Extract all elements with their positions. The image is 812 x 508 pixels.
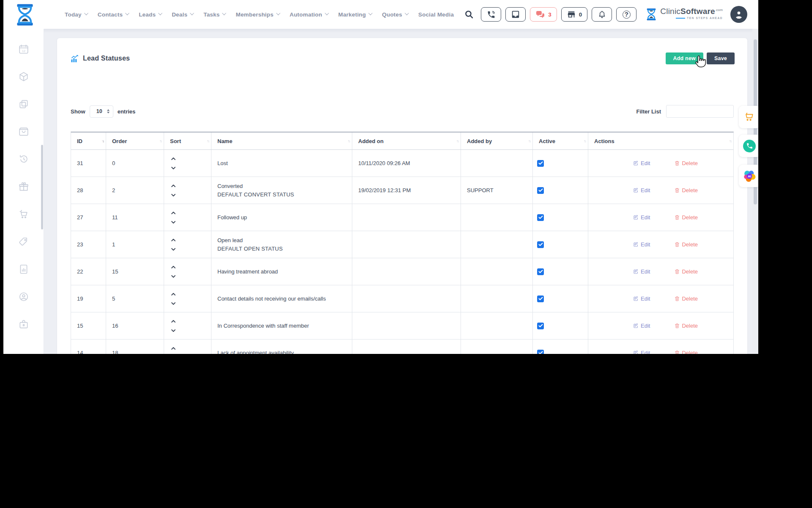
inbox-button[interactable]	[505, 7, 526, 22]
sort-down-button[interactable]	[170, 193, 177, 197]
active-checkbox[interactable]	[537, 160, 544, 167]
trash-icon	[675, 242, 680, 247]
cell-order: 18	[106, 340, 164, 354]
edit-link[interactable]: Edit	[633, 160, 650, 166]
cell-active	[533, 285, 588, 312]
cell-actions: Edit Delete	[588, 285, 733, 312]
edit-pencil-icon	[633, 296, 639, 301]
notifications-button[interactable]	[592, 7, 612, 22]
lead-statuses-card: Lead Statuses Add new Save Show 10 entri…	[57, 38, 747, 354]
edit-link[interactable]: Edit	[633, 214, 650, 221]
sidebar-item-gift-icon[interactable]	[18, 181, 29, 192]
help-button[interactable]: ?	[616, 7, 636, 22]
sort-down-button[interactable]	[170, 166, 177, 170]
package-icon	[18, 71, 29, 82]
store-button[interactable]: 0	[561, 7, 588, 22]
active-checkbox[interactable]	[537, 268, 544, 275]
nav-item-memberships[interactable]: Memberships	[236, 11, 279, 18]
delete-link[interactable]: Delete	[675, 214, 698, 221]
sidebar-item-history-icon[interactable]	[18, 154, 29, 165]
column-header-added-by[interactable]: Added by ↑↓	[461, 133, 533, 149]
sidebar-item-report-icon[interactable]	[18, 264, 29, 275]
delete-link[interactable]: Delete	[675, 241, 698, 248]
column-header-actions[interactable]: Actions ↑↓	[588, 133, 733, 149]
sort-up-button[interactable]	[170, 157, 177, 161]
phone-button[interactable]	[481, 7, 501, 22]
sort-up-button[interactable]	[170, 346, 177, 351]
nav-item-contacts[interactable]: Contacts	[98, 11, 128, 18]
table-row: 28 2 Converted DEFAULT CONVERT STATUS 19…	[71, 177, 733, 204]
search-icon[interactable]	[464, 9, 474, 19]
sidebar-scrollbar[interactable]	[41, 145, 43, 229]
edit-link[interactable]: Edit	[633, 241, 650, 248]
filter-list-input[interactable]	[666, 105, 734, 118]
active-checkbox[interactable]	[537, 187, 544, 194]
sort-up-button[interactable]	[170, 238, 177, 242]
active-checkbox[interactable]	[537, 323, 544, 329]
edit-link[interactable]: Edit	[633, 323, 650, 329]
sort-down-button[interactable]	[170, 220, 177, 224]
nav-item-marketing[interactable]: Marketing	[338, 11, 372, 18]
save-button[interactable]: Save	[707, 52, 735, 64]
sort-down-button[interactable]	[170, 247, 177, 251]
sort-down-button[interactable]	[170, 301, 177, 306]
column-header-added-on[interactable]: Added on ↑↓	[352, 133, 461, 149]
table-row: 31 0 Lost 10/11/2020 09:26 AM	[71, 150, 733, 177]
chat-bubbles-icon	[535, 10, 545, 19]
sidebar-item-package-icon[interactable]	[18, 71, 29, 82]
floating-whatsapp-button[interactable]	[739, 135, 758, 157]
floating-cart-button[interactable]	[739, 106, 758, 128]
nav-item-leads[interactable]: Leads	[139, 11, 161, 18]
sidebar-item-box-tray-icon[interactable]	[18, 126, 29, 137]
delete-link[interactable]: Delete	[675, 187, 698, 193]
edit-link[interactable]: Edit	[633, 295, 650, 302]
delete-link[interactable]: Delete	[675, 268, 698, 275]
user-avatar[interactable]	[730, 6, 747, 23]
delete-link[interactable]: Delete	[675, 350, 698, 354]
sort-down-button[interactable]	[170, 329, 177, 333]
delete-link[interactable]: Delete	[675, 295, 698, 302]
sort-up-button[interactable]	[170, 265, 177, 269]
column-header-order[interactable]: Order ↑↓	[106, 133, 164, 149]
floating-ai-button[interactable]: AI	[739, 165, 758, 187]
nav-item-tasks[interactable]: Tasks	[203, 11, 225, 18]
sort-down-button[interactable]	[170, 274, 177, 279]
active-checkbox[interactable]	[537, 214, 544, 221]
nav-item-automation[interactable]: Automation	[290, 11, 328, 18]
sort-up-button[interactable]	[170, 319, 177, 323]
sort-up-button[interactable]	[170, 184, 177, 188]
active-checkbox[interactable]	[537, 350, 544, 354]
sort-up-button[interactable]	[170, 292, 177, 296]
sidebar-item-calendar-icon[interactable]: 12	[18, 44, 29, 55]
sidebar-item-pages-icon[interactable]	[18, 99, 29, 110]
column-header-active[interactable]: Active ↑↓	[533, 133, 588, 149]
edit-link[interactable]: Edit	[633, 350, 650, 354]
sidebar-item-cart-icon[interactable]	[18, 209, 29, 220]
column-header-name[interactable]: Name ↑↓	[211, 133, 352, 149]
sidebar-item-case-icon[interactable]	[18, 319, 29, 330]
nav-item-deals[interactable]: Deals	[172, 11, 193, 18]
chat-button[interactable]: 3	[530, 7, 557, 22]
page-size-select[interactable]: 10	[90, 105, 113, 118]
edit-link[interactable]: Edit	[633, 187, 650, 193]
active-checkbox[interactable]	[537, 241, 544, 248]
sidebar-item-tag-icon[interactable]	[18, 236, 29, 247]
add-new-button[interactable]: Add new	[666, 52, 703, 64]
clinicsoftware-hourglass-logo[interactable]	[14, 2, 36, 29]
chevron-down-icon	[190, 11, 194, 15]
nav-item-social-media[interactable]: Social Media	[418, 11, 454, 18]
delete-link[interactable]: Delete	[675, 160, 698, 166]
edit-link[interactable]: Edit	[633, 268, 650, 275]
sort-up-button[interactable]	[170, 211, 177, 215]
column-header-id[interactable]: ID ↑↓	[71, 133, 106, 149]
active-checkbox[interactable]	[537, 295, 544, 302]
cell-name: Contact details not receiving our emails…	[211, 285, 352, 312]
cell-added-by	[461, 258, 533, 285]
cell-sort	[164, 312, 211, 339]
delete-link[interactable]: Delete	[675, 323, 698, 329]
column-header-sort[interactable]: Sort ↑↓	[164, 133, 211, 149]
sidebar-item-account-icon[interactable]	[18, 291, 29, 302]
nav-item-today[interactable]: Today	[65, 11, 87, 18]
page-scrollbar[interactable]	[752, 29, 758, 354]
nav-item-quotes[interactable]: Quotes	[382, 11, 408, 18]
